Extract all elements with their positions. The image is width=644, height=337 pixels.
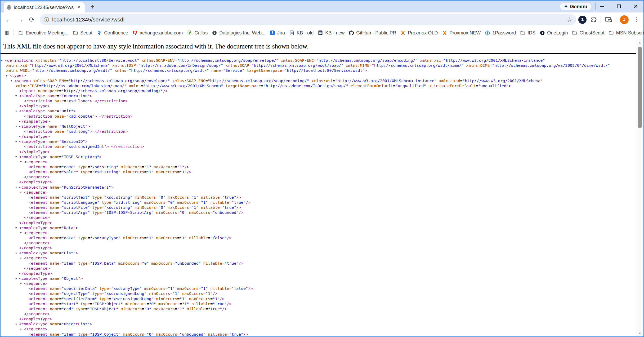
collapse-arrow-icon[interactable]: ▼	[15, 124, 19, 129]
bookmark-kb-new[interactable]: KB - new	[318, 30, 345, 36]
collapse-arrow-icon[interactable]: ▼	[15, 251, 19, 256]
adobe-icon	[132, 30, 138, 36]
xml-document-tree: ▼<definitions xmlns:tns="http://localhos…	[1, 54, 636, 336]
url-text: localhost:12345/service?wsdl	[52, 16, 564, 23]
bookmark-label: Executive Meeting...	[26, 30, 69, 36]
xml-line: ▼<complexType name="IDSP-ScriptArg">	[1, 154, 636, 159]
maximize-button[interactable]	[614, 2, 623, 11]
collapse-arrow-icon[interactable]: ▼	[15, 322, 19, 327]
bookmark-datalogics[interactable]: Datalogics Inc. Web...	[212, 30, 266, 36]
collapse-arrow-icon[interactable]: ▼	[1, 58, 5, 63]
collapse-arrow-icon[interactable]: ▼	[15, 109, 19, 114]
xml-line: <element name="data" type="xsd:anyType" …	[1, 235, 636, 240]
bookmark-confluence[interactable]: Confluence	[97, 30, 128, 36]
collapse-arrow-icon[interactable]: ▼	[15, 93, 19, 98]
window-controls: ✕	[597, 1, 640, 12]
xml-line: ▼<simpleType name="SessionID">	[1, 139, 636, 144]
tab-localhost[interactable]: localhost:12345/service?wsdl ✕	[4, 2, 85, 12]
bookmark-kb-old[interactable]: KB - old	[289, 30, 314, 36]
xml-line: ▼<complexType name="Data">	[1, 225, 636, 230]
collapse-arrow-icon[interactable]: ▼	[15, 154, 19, 159]
bookmark-executive-meeting[interactable]: Executive Meeting...	[18, 30, 69, 36]
bookmark-label: OneLogin	[547, 30, 568, 36]
xml-line: ▼<sequence>	[1, 281, 636, 286]
collapse-arrow-icon[interactable]: ▼	[15, 276, 19, 281]
site-info-icon[interactable]: ⓘ	[44, 16, 49, 23]
collapse-arrow-icon[interactable]: ▼	[6, 73, 10, 78]
xml-line: ▼<sequence>	[1, 190, 636, 195]
onelogin-icon	[540, 30, 545, 36]
doc-dark-icon	[318, 30, 323, 36]
page-content: This XML file does not appear to have an…	[1, 39, 643, 336]
forward-button[interactable]: →	[14, 14, 26, 25]
maximize-icon	[617, 5, 621, 8]
new-tab-button[interactable]: +	[88, 2, 97, 11]
collapse-arrow-icon[interactable]: ▼	[15, 139, 19, 144]
bookmark-msn-subscriber[interactable]: MSN Subscriber Pa...	[609, 30, 644, 36]
xml-line: <element name="scriptArgs" type="IDSP:ID…	[1, 210, 636, 215]
callas-icon	[187, 30, 192, 36]
collapse-arrow-icon[interactable]: ▼	[20, 327, 24, 332]
xml-line: </sequence>	[1, 215, 636, 220]
tab-close-icon[interactable]: ✕	[76, 4, 82, 11]
xml-line: ▼<sequence>	[1, 230, 636, 235]
collapse-arrow-icon[interactable]: ▼	[20, 230, 24, 235]
collapse-arrow-icon[interactable]: ▼	[11, 78, 14, 83]
xml-line: ▼<sequence>	[1, 326, 636, 331]
extensions-puzzle-icon[interactable]	[590, 16, 597, 23]
minimize-icon	[600, 6, 604, 7]
bookmark-github-public-pr[interactable]: GitHub - Public PR	[349, 30, 396, 36]
bookmarks-divider	[14, 29, 14, 36]
collapse-arrow-icon[interactable]: ▼	[20, 159, 24, 164]
folder-icon	[18, 30, 24, 36]
scrollbar-thumb[interactable]	[638, 47, 642, 128]
bookmark-label: Proxmox NEW	[449, 30, 481, 36]
collapse-arrow-icon[interactable]: ▼	[20, 190, 24, 195]
xml-line: <element name="specifierForm" type="xsd:…	[1, 296, 636, 301]
bookmark-label: xchange.adobe.com	[140, 30, 183, 36]
bookmark-ids[interactable]: IDS	[520, 30, 535, 36]
window-search-icon[interactable]	[605, 17, 612, 23]
menu-kebab-icon[interactable]: ⋮	[632, 16, 640, 23]
bookmark-callas[interactable]: Callas	[187, 30, 208, 36]
bookmark-1password[interactable]: 1Password	[485, 30, 516, 36]
profile-avatar[interactable]: J	[620, 15, 629, 24]
scroll-up-icon[interactable]: ▲	[636, 41, 643, 44]
extension-badge-button[interactable]: 1	[578, 16, 587, 24]
bookmark-proxmox-new[interactable]: Proxmox NEW	[442, 30, 481, 36]
xml-line: <element name="value" type="xsd:string" …	[1, 169, 636, 174]
close-window-button[interactable]: ✕	[631, 2, 640, 11]
confluence-icon	[97, 30, 102, 36]
reload-button[interactable]: ⟳	[26, 14, 38, 25]
doc-light-icon	[289, 30, 294, 36]
bookmark-ghostscript[interactable]: GhostScript	[572, 30, 604, 36]
bookmark-xchange-adobe[interactable]: xchange.adobe.com	[132, 30, 183, 36]
bookmark-proxmox-old[interactable]: Proxmox OLD	[400, 30, 438, 36]
collapse-arrow-icon[interactable]: ▼	[15, 185, 19, 190]
proxmox-icon	[400, 30, 406, 36]
xml-line: </simpleType>	[1, 149, 636, 154]
bookmark-onelogin[interactable]: OneLogin	[540, 30, 568, 36]
apps-grid-icon[interactable]	[4, 30, 9, 36]
toolbar-divider	[601, 16, 601, 23]
collapse-arrow-icon[interactable]: ▼	[20, 281, 24, 286]
xml-line: </complexType>	[1, 271, 636, 276]
xml-line: ▼<complexType name="Object">	[1, 276, 636, 281]
xml-line: ▼<complexType name="RunScriptParameters"…	[1, 185, 636, 190]
address-bar[interactable]: ⓘ localhost:12345/service?wsdl ☆	[40, 14, 576, 25]
vertical-scrollbar[interactable]: ▲ ▼	[636, 39, 643, 336]
back-button[interactable]: ←	[3, 14, 14, 25]
bookmark-jira[interactable]: Jira	[270, 30, 285, 36]
scroll-down-icon[interactable]: ▼	[636, 332, 643, 335]
xml-line: xmlns:WSDL="http://schemas.xmlsoap.org/w…	[1, 68, 636, 73]
minimize-button[interactable]	[597, 2, 606, 11]
collapse-arrow-icon[interactable]: ▼	[15, 225, 19, 230]
bookmark-star-icon[interactable]: ☆	[567, 16, 572, 23]
xml-line: ▼<schema xmlns:SOAP-ENV="http://schemas.…	[1, 78, 636, 83]
bookmark-items: Executive Meeting...ScoutConfluencexchan…	[18, 30, 644, 36]
collapse-arrow-icon[interactable]: ▼	[20, 256, 24, 261]
bookmark-scout[interactable]: Scout	[73, 30, 92, 36]
gemini-button[interactable]: ✦ Gemini	[560, 3, 591, 10]
xml-line: ▼<simpleType name="NullObject">	[1, 124, 636, 129]
bookmark-label: Proxmox OLD	[408, 30, 438, 36]
